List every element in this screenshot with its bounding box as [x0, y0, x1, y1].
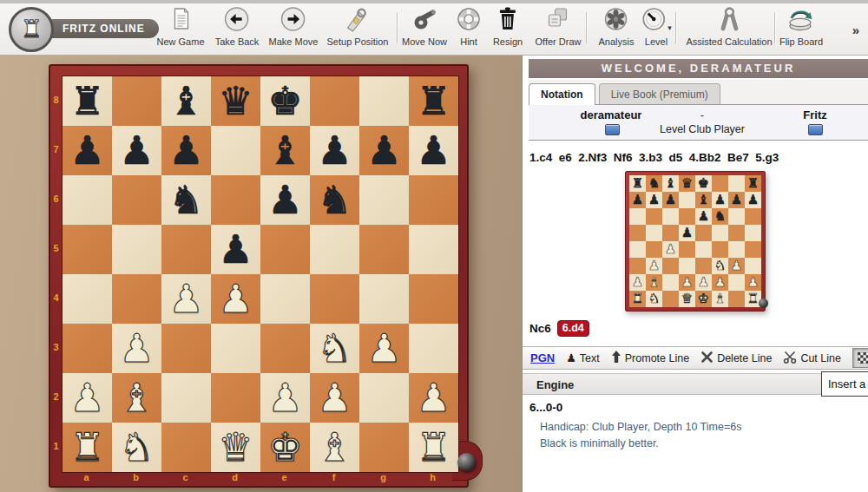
toolbar-flip-board-button[interactable]: Flip Board	[779, 7, 823, 47]
square-e4[interactable]	[260, 274, 310, 324]
square-e3[interactable]	[260, 324, 310, 373]
square-d5[interactable]: ♟	[211, 225, 260, 274]
cut-line-button[interactable]: Cut Line	[783, 351, 841, 366]
square-h6[interactable]	[409, 175, 458, 225]
text-button[interactable]: ♟Text	[566, 352, 600, 364]
square-e8[interactable]: ♚	[260, 76, 310, 126]
square-h7[interactable]: ♟	[409, 126, 458, 175]
square-b4[interactable]	[112, 274, 161, 324]
toolbar-more-button[interactable]: »	[852, 23, 859, 37]
square-f1[interactable]: ♝	[310, 423, 359, 472]
piece-white-pawn: ♟	[665, 241, 676, 258]
current-move-badge[interactable]: 6.d4	[557, 320, 589, 337]
square-a1[interactable]: ♜	[62, 423, 112, 472]
square-h4[interactable]	[409, 274, 458, 324]
toolbar-setup-position-button[interactable]: Setup Position	[327, 7, 389, 47]
tab-notation[interactable]: Notation	[529, 83, 595, 105]
square-f5[interactable]	[310, 225, 359, 274]
square-f4[interactable]	[310, 274, 359, 324]
square-d6[interactable]	[211, 175, 260, 225]
square-b1[interactable]: ♞	[112, 423, 161, 472]
tab-live-book-premium[interactable]: Live Book (Premium)	[599, 83, 720, 104]
square-h5[interactable]	[409, 225, 458, 274]
delete-line-button[interactable]: Delete Line	[700, 351, 772, 366]
square-c8[interactable]: ♝	[161, 76, 211, 126]
square-c1[interactable]	[161, 423, 211, 472]
square-e7: ♝	[695, 192, 712, 208]
square-f7[interactable]: ♟	[310, 126, 359, 175]
black-player-badge	[808, 124, 823, 135]
diagram-board-button[interactable]	[852, 348, 868, 368]
square-g3[interactable]: ♟	[359, 324, 409, 373]
square-b8[interactable]	[112, 76, 161, 126]
square-d2: ♟	[679, 274, 695, 291]
toolbar-new-game-button[interactable]: New Game	[156, 7, 204, 47]
square-b7[interactable]: ♟	[112, 126, 161, 175]
square-f6[interactable]: ♞	[310, 175, 359, 225]
piece-black-bishop: ♝	[698, 192, 709, 208]
square-d4[interactable]: ♟	[211, 274, 260, 324]
square-h1[interactable]: ♜	[409, 423, 458, 472]
toolbar-make-move-button[interactable]: Make Move	[269, 7, 319, 47]
piece-white-rook: ♜	[747, 291, 759, 307]
toolbar-resign-button[interactable]: Resign	[493, 7, 523, 47]
toolbar-offer-draw-button[interactable]: Offer Draw	[536, 7, 582, 47]
square-e5[interactable]	[260, 225, 310, 274]
square-a5	[629, 225, 646, 241]
board-knob	[457, 453, 476, 471]
right-panel: WELCOME, DERAMATEUR NotationLive Book (P…	[522, 56, 868, 492]
toolbar-label: Resign	[493, 36, 523, 47]
square-e1[interactable]: ♚	[260, 423, 310, 472]
square-a6[interactable]	[62, 175, 112, 225]
square-a5[interactable]	[62, 225, 112, 274]
square-a2[interactable]: ♟	[62, 373, 112, 423]
square-a4[interactable]	[62, 274, 112, 324]
toolbar-hint-button[interactable]: Hint	[456, 7, 482, 47]
insert-diagram-button[interactable]: Insert a dia	[821, 371, 868, 397]
square-b6[interactable]	[112, 175, 161, 225]
square-h3[interactable]	[409, 324, 458, 373]
square-d7[interactable]	[211, 126, 260, 175]
square-c5	[662, 225, 679, 241]
square-h2[interactable]: ♟	[409, 373, 458, 423]
square-c6[interactable]: ♞	[161, 175, 211, 225]
square-g2[interactable]	[359, 373, 409, 423]
toolbar-assisted-calculation-button[interactable]: Assisted Calculation	[686, 7, 772, 47]
square-g6[interactable]	[359, 175, 409, 225]
toolbar-analysis-button[interactable]: Analysis	[599, 7, 635, 47]
square-g8[interactable]	[359, 76, 409, 126]
square-c2[interactable]	[161, 373, 211, 423]
move-nc6[interactable]: Nc6	[529, 322, 551, 335]
square-f3[interactable]: ♞	[310, 324, 359, 373]
square-c3[interactable]	[161, 324, 211, 373]
move-list[interactable]: 1.c4 e6 2.Nf3 Nf6 3.b3 d5 4.Bb2 Be7 5.g3	[529, 151, 779, 164]
square-a7[interactable]: ♟	[62, 126, 112, 175]
square-b3[interactable]: ♟	[112, 324, 161, 373]
square-d8[interactable]: ♛	[211, 76, 260, 126]
square-d1[interactable]: ♛	[211, 423, 260, 472]
square-c5[interactable]	[161, 225, 211, 274]
square-h8[interactable]: ♜	[409, 76, 458, 126]
square-c7[interactable]: ♟	[161, 126, 211, 175]
toolbar-take-back-button[interactable]: Take Back	[215, 7, 260, 47]
promote-line-button[interactable]: Promote Line	[611, 350, 689, 366]
square-g5[interactable]	[359, 225, 409, 274]
square-d2[interactable]	[211, 373, 260, 423]
square-e7[interactable]: ♝	[260, 126, 310, 175]
square-g7[interactable]: ♟	[359, 126, 409, 175]
square-c4[interactable]: ♟	[161, 274, 211, 324]
square-f2[interactable]: ♟	[310, 373, 359, 423]
square-b2[interactable]: ♝	[112, 373, 161, 423]
square-g1[interactable]	[359, 423, 409, 472]
square-a3[interactable]	[62, 324, 112, 373]
toolbar-move-now-button[interactable]: Move Now	[402, 7, 447, 47]
square-b5[interactable]	[112, 225, 161, 274]
square-f8[interactable]	[310, 76, 359, 126]
square-d3[interactable]	[211, 324, 260, 373]
square-g4[interactable]	[359, 274, 409, 324]
square-e6[interactable]: ♟	[260, 175, 310, 225]
square-e2[interactable]: ♟	[260, 373, 310, 423]
toolbar-level-button[interactable]: ▾Level	[641, 7, 672, 47]
pgn-button[interactable]: PGN	[530, 351, 555, 364]
square-a8[interactable]: ♜	[62, 76, 112, 126]
